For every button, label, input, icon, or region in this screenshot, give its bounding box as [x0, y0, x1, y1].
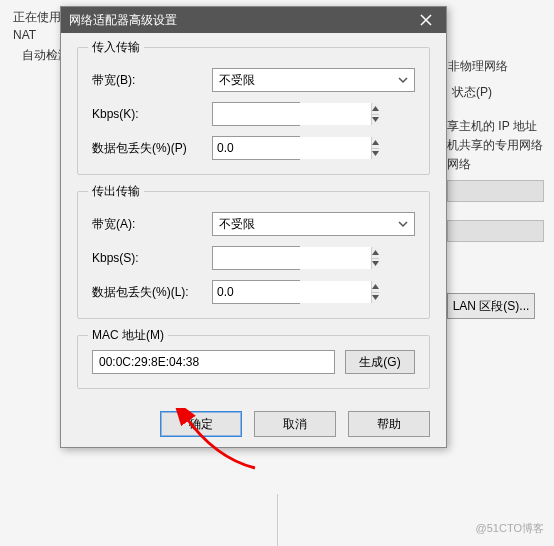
bg-text: 机共享的专用网络	[447, 137, 543, 154]
spinner-down-button[interactable]	[372, 115, 379, 126]
bg-text: 正在使用	[13, 9, 61, 26]
bg-text: NAT	[13, 28, 36, 42]
lan-segment-button[interactable]: LAN 区段(S)...	[447, 293, 535, 319]
bandwidth-incoming-dropdown[interactable]: 不受限	[212, 68, 415, 92]
kbps-incoming-input[interactable]	[213, 103, 371, 125]
dropdown-value: 不受限	[219, 72, 255, 89]
bg-text: 网络	[447, 156, 471, 173]
kbps-outgoing-spinner[interactable]	[212, 246, 300, 270]
generate-mac-button[interactable]: 生成(G)	[345, 350, 415, 374]
bg-disabled-box	[447, 180, 544, 202]
packet-loss-incoming-spinner[interactable]	[212, 136, 300, 160]
dialog-title: 网络适配器高级设置	[69, 12, 177, 29]
bandwidth-outgoing-dropdown[interactable]: 不受限	[212, 212, 415, 236]
spinner-up-button[interactable]	[372, 137, 379, 149]
network-adapter-advanced-dialog: 网络适配器高级设置 传入传输 带宽(B): 不受限 Kbps(K):	[60, 6, 447, 448]
chevron-down-icon	[398, 219, 408, 229]
spinner-up-button[interactable]	[372, 281, 379, 293]
bandwidth-label: 带宽(A):	[92, 216, 212, 233]
packet-loss-label: 数据包丢失(%)(L):	[92, 284, 212, 301]
close-icon	[420, 14, 432, 26]
outgoing-group: 传出传输 带宽(A): 不受限 Kbps(S):	[77, 191, 430, 319]
bandwidth-label: 带宽(B):	[92, 72, 212, 89]
mac-address-input[interactable]	[92, 350, 335, 374]
packet-loss-label: 数据包丢失(%)(P)	[92, 140, 212, 157]
incoming-group: 传入传输 带宽(B): 不受限 Kbps(K):	[77, 47, 430, 175]
spinner-down-button[interactable]	[372, 293, 379, 304]
chevron-down-icon	[372, 151, 379, 156]
spinner-down-button[interactable]	[372, 259, 379, 270]
kbps-incoming-spinner[interactable]	[212, 102, 300, 126]
bg-disabled-box	[447, 220, 544, 242]
watermark-text: @51CTO博客	[476, 521, 544, 536]
cancel-button[interactable]: 取消	[254, 411, 336, 437]
packet-loss-outgoing-spinner[interactable]	[212, 280, 300, 304]
kbps-label: Kbps(K):	[92, 107, 212, 121]
chevron-up-icon	[372, 284, 379, 289]
mac-group: MAC 地址(M) 生成(G)	[77, 335, 430, 389]
group-legend: MAC 地址(M)	[88, 327, 168, 344]
chevron-down-icon	[372, 295, 379, 300]
packet-loss-incoming-input[interactable]	[213, 137, 371, 159]
group-legend: 传出传输	[88, 183, 144, 200]
spinner-down-button[interactable]	[372, 149, 379, 160]
kbps-outgoing-input[interactable]	[213, 247, 371, 269]
spinner-up-button[interactable]	[372, 103, 379, 115]
divider-line	[277, 494, 278, 546]
group-legend: 传入传输	[88, 39, 144, 56]
bg-text: 非物理网络	[448, 58, 508, 75]
chevron-up-icon	[372, 250, 379, 255]
dialog-titlebar: 网络适配器高级设置	[61, 7, 446, 33]
packet-loss-outgoing-input[interactable]	[213, 281, 371, 303]
chevron-down-icon	[398, 75, 408, 85]
kbps-label: Kbps(S):	[92, 251, 212, 265]
bg-text: 状态(P)	[452, 84, 492, 101]
bg-text: 享主机的 IP 地址	[447, 118, 537, 135]
close-button[interactable]	[406, 7, 446, 33]
dropdown-value: 不受限	[219, 216, 255, 233]
ok-button[interactable]: 确定	[160, 411, 242, 437]
chevron-up-icon	[372, 140, 379, 145]
chevron-down-icon	[372, 261, 379, 266]
help-button[interactable]: 帮助	[348, 411, 430, 437]
spinner-up-button[interactable]	[372, 247, 379, 259]
chevron-up-icon	[372, 106, 379, 111]
chevron-down-icon	[372, 117, 379, 122]
